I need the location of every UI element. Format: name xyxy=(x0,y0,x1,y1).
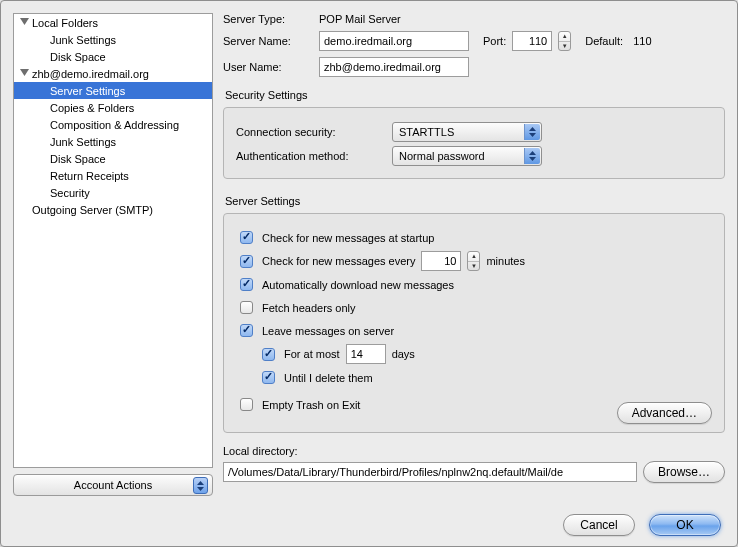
updown-arrows-icon xyxy=(193,477,208,494)
check-every-post: minutes xyxy=(486,255,525,267)
until-delete-label: Until I delete them xyxy=(284,372,373,384)
ok-button[interactable]: OK xyxy=(649,514,721,536)
cancel-button-label: Cancel xyxy=(580,518,617,532)
tree-row-label: Outgoing Server (SMTP) xyxy=(32,204,153,216)
tree-row[interactable]: Composition & Addressing xyxy=(14,116,212,133)
updown-arrows-icon xyxy=(524,124,540,140)
server-type-label: Server Type: xyxy=(223,13,313,25)
tree-row-label: Copies & Folders xyxy=(50,102,134,114)
tree-row-label: Junk Settings xyxy=(50,34,116,46)
account-actions-label: Account Actions xyxy=(74,479,152,491)
connection-security-label: Connection security: xyxy=(236,126,386,138)
tree-row-label: Server Settings xyxy=(50,85,125,97)
check-startup-label: Check for new messages at startup xyxy=(262,232,434,244)
auth-method-value: Normal password xyxy=(399,150,485,162)
tree-row-label: Local Folders xyxy=(32,17,98,29)
leave-on-server-checkbox[interactable] xyxy=(240,324,253,337)
security-settings-title: Security Settings xyxy=(225,89,725,101)
ok-button-label: OK xyxy=(676,518,693,532)
updown-arrows-icon xyxy=(524,148,540,164)
empty-trash-checkbox[interactable] xyxy=(240,398,253,411)
for-at-most-input[interactable] xyxy=(346,344,386,364)
for-at-most-pre: For at most xyxy=(284,348,340,360)
check-every-pre: Check for new messages every xyxy=(262,255,415,267)
disclosure-triangle-icon[interactable] xyxy=(20,18,30,28)
default-port-label: Default: xyxy=(585,35,623,47)
auto-download-label: Automatically download new messages xyxy=(262,279,454,291)
auth-method-popup[interactable]: Normal password xyxy=(392,146,542,166)
browse-button[interactable]: Browse… xyxy=(643,461,725,483)
check-every-checkbox[interactable] xyxy=(240,255,253,268)
advanced-button-label: Advanced… xyxy=(632,406,697,420)
until-delete-checkbox[interactable] xyxy=(262,371,275,384)
tree-row[interactable]: Copies & Folders xyxy=(14,99,212,116)
tree-row-label: Security xyxy=(50,187,90,199)
leave-on-server-label: Leave messages on server xyxy=(262,325,394,337)
account-actions-popup[interactable]: Account Actions xyxy=(13,474,213,496)
connection-security-value: STARTTLS xyxy=(399,126,454,138)
empty-trash-label: Empty Trash on Exit xyxy=(262,399,360,411)
tree-row-label: Return Receipts xyxy=(50,170,129,182)
tree-row[interactable]: Junk Settings xyxy=(14,133,212,150)
for-at-most-post: days xyxy=(392,348,415,360)
port-input[interactable] xyxy=(512,31,552,51)
advanced-button[interactable]: Advanced… xyxy=(617,402,712,424)
disclosure-triangle-icon[interactable] xyxy=(20,69,30,79)
tree-row[interactable]: Disk Space xyxy=(14,150,212,167)
fetch-headers-label: Fetch headers only xyxy=(262,302,356,314)
server-name-input[interactable] xyxy=(319,31,469,51)
tree-row-label: Disk Space xyxy=(50,153,106,165)
tree-row[interactable]: Security xyxy=(14,184,212,201)
check-startup-checkbox[interactable] xyxy=(240,231,253,244)
cancel-button[interactable]: Cancel xyxy=(563,514,635,536)
tree-row[interactable]: Disk Space xyxy=(14,48,212,65)
default-port-value: 110 xyxy=(633,35,651,47)
tree-row-label: Disk Space xyxy=(50,51,106,63)
check-every-stepper[interactable]: ▲▼ xyxy=(467,251,480,271)
tree-row-label: Composition & Addressing xyxy=(50,119,179,131)
browse-button-label: Browse… xyxy=(658,465,710,479)
for-at-most-checkbox[interactable] xyxy=(262,348,275,361)
tree-row-label: zhb@demo.iredmail.org xyxy=(32,68,149,80)
server-name-label: Server Name: xyxy=(223,35,313,47)
auth-method-label: Authentication method: xyxy=(236,150,386,162)
tree-row-label: Junk Settings xyxy=(50,136,116,148)
check-every-input[interactable] xyxy=(421,251,461,271)
tree-row[interactable]: zhb@demo.iredmail.org xyxy=(14,65,212,82)
port-stepper[interactable]: ▲▼ xyxy=(558,31,571,51)
connection-security-popup[interactable]: STARTTLS xyxy=(392,122,542,142)
tree-row[interactable]: Return Receipts xyxy=(14,167,212,184)
tree-row[interactable]: Junk Settings xyxy=(14,31,212,48)
tree-row[interactable]: Outgoing Server (SMTP) xyxy=(14,201,212,218)
local-directory-label: Local directory: xyxy=(223,445,725,457)
accounts-tree[interactable]: Local FoldersJunk SettingsDisk Spacezhb@… xyxy=(13,13,213,468)
tree-row[interactable]: Local Folders xyxy=(14,14,212,31)
user-name-input[interactable] xyxy=(319,57,469,77)
server-settings-group: Check for new messages at startup Check … xyxy=(223,213,725,433)
account-settings-dialog: Local FoldersJunk SettingsDisk Spacezhb@… xyxy=(0,0,738,547)
user-name-label: User Name: xyxy=(223,61,313,73)
tree-row[interactable]: Server Settings xyxy=(14,82,212,99)
server-settings-title: Server Settings xyxy=(225,195,725,207)
port-label: Port: xyxy=(483,35,506,47)
fetch-headers-checkbox[interactable] xyxy=(240,301,253,314)
server-type-value: POP Mail Server xyxy=(319,13,401,25)
auto-download-checkbox[interactable] xyxy=(240,278,253,291)
local-directory-input[interactable] xyxy=(223,462,637,482)
security-settings-group: Connection security: STARTTLS Authentica… xyxy=(223,107,725,179)
